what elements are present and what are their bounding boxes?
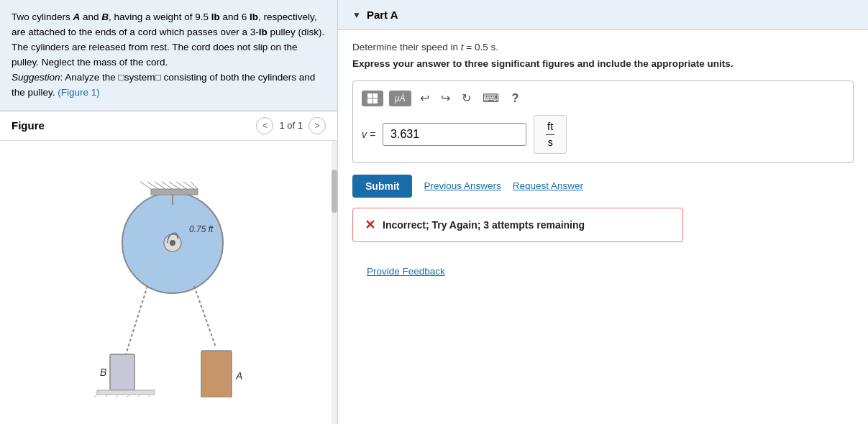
part-header: ▼ Part A [338,0,868,30]
scrollbar-thumb[interactable] [332,170,337,213]
express-text: Express your answer to three significant… [352,58,854,69]
mu-button[interactable]: μÀ [389,91,411,106]
mu-label: μÀ [395,93,406,103]
cylinder-b-label: B [101,11,109,22]
svg-line-5 [194,286,216,347]
svg-line-23 [101,395,108,397]
error-box: ✕ Incorrect; Try Again; 3 attempts remai… [352,208,683,242]
error-icon: ✕ [365,217,375,233]
feedback-area: Provide Feedback [338,265,868,277]
error-text: Incorrect; Try Again; 3 attempts remaini… [383,219,585,231]
svg-line-26 [133,395,140,397]
grid-view-button[interactable] [362,91,383,106]
unit-denominator: s [548,137,553,149]
answer-toolbar: μÀ ↩ ↪ ↻ ⌨ ? [362,90,844,106]
suggestion-text: Suggestion [12,72,60,83]
left-panel: Two cylinders A and B, having a weight o… [0,0,338,424]
figure-title: Figure [12,119,45,132]
figure-link[interactable]: (Figure 1) [58,87,100,98]
grid-icon [367,93,378,103]
keyboard-button[interactable]: ⌨ [480,90,502,106]
figure-area: 0.75 ft B A [0,141,337,424]
svg-rect-11 [151,189,198,195]
svg-line-19 [191,182,198,189]
svg-text:A: A [235,370,242,382]
v-label: v = [362,129,375,140]
unit-numerator: ft [546,120,554,135]
part-content: Determine their speed in t = 0.5 s. Expr… [338,30,868,265]
redo-button[interactable]: ↪ [438,90,453,106]
problem-statement: Two cylinders A and B, having a weight o… [0,0,337,111]
answer-container: μÀ ↩ ↪ ↻ ⌨ ? v = ft s [352,80,854,163]
next-figure-button[interactable]: > [309,117,326,134]
svg-line-27 [144,395,151,397]
svg-text:0.75 ft: 0.75 ft [189,224,214,234]
submit-button[interactable]: Submit [352,175,412,198]
part-title: Part A [367,9,398,21]
prev-figure-button[interactable]: < [256,117,273,134]
figure-header: Figure < 1 of 1 > [0,111,337,141]
svg-rect-21 [97,390,155,395]
unit-fraction: ft s [534,115,567,154]
figure-diagram: 0.75 ft B A [68,167,270,397]
refresh-button[interactable]: ↻ [459,90,474,106]
undo-button[interactable]: ↩ [417,90,432,106]
svg-line-25 [122,395,129,397]
figure-counter: 1 of 1 [279,120,303,131]
svg-rect-8 [201,351,232,397]
part-toggle-button[interactable]: ▼ [352,10,361,20]
determine-text: Determine their speed in t = 0.5 s. [352,42,854,52]
right-panel: ▼ Part A Determine their speed in t = 0.… [338,0,868,424]
svg-line-4 [126,286,147,354]
svg-point-2 [170,240,175,246]
feedback-link[interactable]: Provide Feedback [352,266,460,277]
previous-answers-button[interactable]: Previous Answers [424,180,501,191]
scrollbar-track [332,141,337,424]
svg-text:B: B [100,367,106,378]
request-answer-button[interactable]: Request Answer [513,180,583,191]
help-button[interactable]: ? [508,91,524,106]
submit-row: Submit Previous Answers Request Answer [352,175,854,198]
figure-navigation: < 1 of 1 > [256,117,326,134]
svg-rect-6 [110,354,134,390]
answer-input[interactable] [383,123,526,146]
svg-line-24 [111,395,119,397]
svg-line-22 [90,395,97,397]
input-row: v = ft s [362,115,844,154]
cylinder-a-label: A [73,11,81,22]
